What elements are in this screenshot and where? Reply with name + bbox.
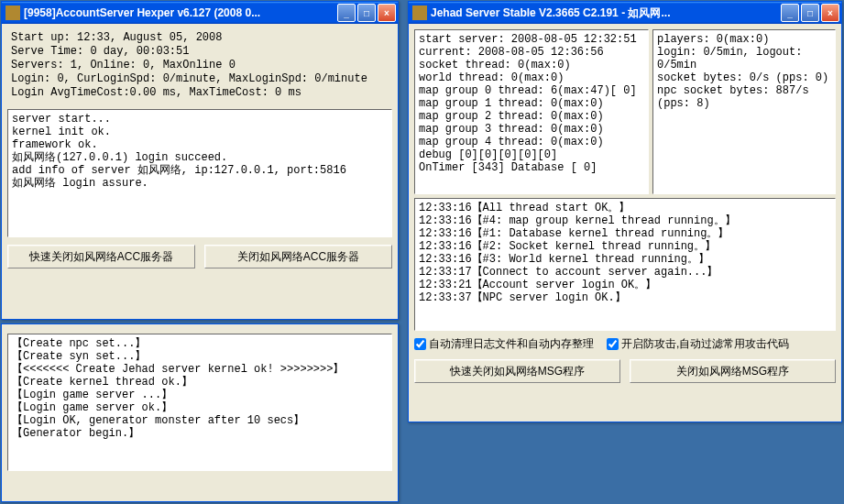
log-line: 【Create kernel thread ok.】 bbox=[12, 376, 388, 389]
close-msg-button[interactable]: 关闭如风网络MSG程序 bbox=[630, 359, 836, 383]
log-line: 【Login OK, generator monster after 10 se… bbox=[12, 414, 388, 427]
anti-attack-input[interactable] bbox=[607, 338, 619, 350]
log-line: 12:33:16【#3: World kernel thread running… bbox=[419, 253, 831, 266]
stat-line: map group 3 thread: 0(max:0) bbox=[419, 123, 644, 136]
log-line: 12:33:16【#2: Socket kernel thread runnin… bbox=[419, 240, 831, 253]
log-line: 【Generator begin.】 bbox=[12, 427, 388, 440]
anti-attack-label: 开启防攻击,自动过滤常用攻击代码 bbox=[621, 336, 789, 352]
account-server-window: [9958]AccountServer Hexper v6.127 (2008 … bbox=[1, 1, 399, 320]
app-icon bbox=[5, 5, 20, 20]
close-acc-button[interactable]: 关闭如风网络ACC服务器 bbox=[204, 245, 392, 268]
stat-line: players: 0(max:0) bbox=[657, 33, 831, 46]
stat-line: world thread: 0(max:0) bbox=[419, 71, 644, 84]
log-line: 12:33:16【#4: map group kernel thread run… bbox=[419, 214, 831, 227]
log-line: 【Login game server ...】 bbox=[12, 389, 388, 401]
maximize-button[interactable]: □ bbox=[357, 4, 376, 22]
stat-line: OnTimer [343] Database [ 0] bbox=[419, 161, 644, 174]
servers-line: Servers: 1, Online: 0, MaxOnline 0 bbox=[11, 59, 389, 72]
stat-line: map group 2 thread: 0(max:0) bbox=[419, 110, 644, 123]
auto-clean-label: 自动清理日志文件和自动内存整理 bbox=[429, 336, 594, 352]
stat-line: login: 0/5min, logout: 0/5min bbox=[657, 46, 831, 71]
login-line: Login: 0, CurLoginSpd: 0/minute, MaxLogi… bbox=[11, 72, 389, 86]
log-line: 【<<<<<<< Create Jehad server kernel ok! … bbox=[12, 363, 388, 376]
log-line: 【Create syn set...】 bbox=[12, 350, 388, 363]
log-textbox[interactable]: 12:33:16【All thread start OK。】 12:33:16【… bbox=[414, 198, 836, 331]
titlebar[interactable]: [9958]AccountServer Hexper v6.127 (2008 … bbox=[2, 2, 398, 24]
stat-line: map group 1 thread: 0(max:0) bbox=[419, 97, 644, 110]
timecost-line: Login AvgTimeCost:0.00 ms, MaxTimeCost: … bbox=[11, 86, 389, 100]
stat-line: socket bytes: 0/s (pps: 0) bbox=[657, 71, 831, 84]
titlebar[interactable]: Jehad Server Stable V2.3665 C2.191 - 如风网… bbox=[409, 2, 841, 24]
server-info-panel: Start up: 12:33, August 05, 2008 Serve T… bbox=[7, 29, 392, 102]
window-title: [9958]AccountServer Hexper v6.127 (2008 … bbox=[24, 6, 337, 19]
fast-close-msg-button[interactable]: 快速关闭如风网络MSG程序 bbox=[414, 359, 620, 383]
stat-line: debug [0][0][0][0][0] bbox=[419, 148, 644, 161]
window-title: Jehad Server Stable V2.3665 C2.191 - 如风网… bbox=[431, 5, 781, 21]
stat-line: start server: 2008-08-05 12:32:51 bbox=[419, 33, 644, 46]
auto-clean-checkbox[interactable]: 自动清理日志文件和自动内存整理 bbox=[414, 336, 594, 352]
log-line: 12:33:16【All thread start OK。】 bbox=[419, 202, 831, 214]
startup-line: Start up: 12:33, August 05, 2008 bbox=[11, 31, 389, 45]
log-textbox[interactable]: server start... kernel init ok. framewor… bbox=[7, 109, 392, 237]
stat-line: npc socket bytes: 887/s (pps: 8) bbox=[657, 84, 831, 110]
maximize-button[interactable]: □ bbox=[801, 4, 819, 22]
stat-line: map group 0 thread: 6(max:47)[ 0] bbox=[419, 84, 644, 97]
anti-attack-checkbox[interactable]: 开启防攻击,自动过滤常用攻击代码 bbox=[607, 336, 789, 352]
left-stats-panel: start server: 2008-08-05 12:32:51 curren… bbox=[414, 29, 649, 194]
app-icon bbox=[412, 5, 427, 20]
servetime-line: Serve Time: 0 day, 00:03:51 bbox=[11, 45, 389, 59]
log-line: 12:33:16【#1: Database kernel thread runn… bbox=[419, 227, 831, 240]
auto-clean-input[interactable] bbox=[414, 338, 426, 350]
log-line: 如风网络 login assure. bbox=[12, 177, 388, 190]
jehad-server-window: Jehad Server Stable V2.3665 C2.191 - 如风网… bbox=[408, 1, 842, 422]
log-line: 【Create npc set...】 bbox=[12, 337, 388, 350]
log-textbox[interactable]: 【Create npc set...】 【Create syn set...】 … bbox=[7, 334, 392, 471]
log-line: 12:33:21【Account server login OK。】 bbox=[419, 279, 831, 291]
close-button[interactable]: × bbox=[821, 4, 839, 22]
log-line: 12:33:37【NPC server login OK.】 bbox=[419, 291, 831, 304]
minimize-button[interactable]: _ bbox=[337, 4, 356, 22]
log-line: server start... bbox=[12, 113, 388, 126]
log-line: kernel init ok. bbox=[12, 126, 388, 138]
log-line: 【Login game server ok.】 bbox=[12, 401, 388, 414]
npc-server-window: 【Create npc set...】 【Create syn set...】 … bbox=[1, 323, 399, 502]
log-line: add info of server 如风网络, ip:127.0.0.1, p… bbox=[12, 164, 388, 177]
close-button[interactable]: × bbox=[378, 4, 396, 22]
stat-line: current: 2008-08-05 12:36:56 bbox=[419, 46, 644, 59]
log-line: framework ok. bbox=[12, 138, 388, 151]
right-stats-panel: players: 0(max:0) login: 0/5min, logout:… bbox=[652, 29, 836, 194]
fast-close-acc-button[interactable]: 快速关闭如风网络ACC服务器 bbox=[7, 245, 195, 268]
log-line: 如风网络(127.0.0.1) login succeed. bbox=[12, 151, 388, 164]
minimize-button[interactable]: _ bbox=[781, 4, 799, 22]
stat-line: map group 4 thread: 0(max:0) bbox=[419, 136, 644, 148]
stat-line: socket thread: 0(max:0) bbox=[419, 59, 644, 71]
log-line: 12:33:17【Connect to account server again… bbox=[419, 266, 831, 279]
